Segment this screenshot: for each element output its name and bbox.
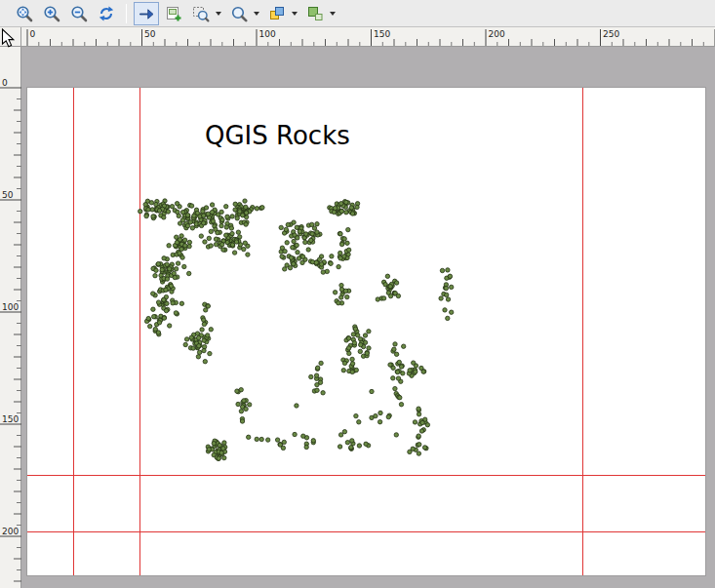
zoom-full-button[interactable] (12, 2, 37, 25)
add-map-button[interactable] (161, 2, 186, 25)
align-items-icon (306, 5, 324, 22)
vertical-ruler-ticks: 050100150200 (0, 47, 21, 588)
horizontal-ruler: 050100150200250 (21, 27, 715, 47)
raise-items-icon (268, 5, 286, 22)
move-item-content-icon (138, 5, 155, 22)
vertical-ruler: 050100150200 (0, 47, 21, 588)
align-items-button[interactable] (302, 2, 328, 25)
refresh-button[interactable] (94, 2, 119, 25)
raise-items-button[interactable] (264, 2, 290, 25)
svg-text:200: 200 (2, 527, 19, 536)
composition-title-label[interactable]: QGIS Rocks (205, 121, 350, 150)
svg-text:0: 0 (30, 29, 36, 39)
svg-text:150: 150 (374, 29, 390, 39)
svg-text:100: 100 (259, 29, 276, 39)
horizontal-ruler-ticks: 050100150200250 (21, 27, 715, 47)
zoom-tool-dropdown[interactable] (252, 2, 261, 25)
zoom-to-selection-button[interactable] (188, 2, 214, 25)
zoom-out-button[interactable] (66, 2, 92, 25)
svg-text:150: 150 (2, 414, 19, 424)
zoom-full-icon (16, 5, 33, 22)
zoom-in-icon (43, 5, 60, 22)
svg-text:50: 50 (144, 29, 156, 39)
zoom-in-button[interactable] (39, 2, 64, 25)
move-item-content-button[interactable] (134, 2, 159, 25)
svg-text:0: 0 (2, 78, 8, 88)
print-composer-window: 050100150200250 050100150200 QGIS Rocks (0, 0, 715, 588)
raise-items-dropdown[interactable] (290, 2, 299, 25)
map-points-layer[interactable] (21, 47, 715, 588)
zoom-out-icon (70, 5, 88, 22)
svg-text:250: 250 (603, 29, 619, 39)
svg-text:50: 50 (2, 190, 14, 200)
zoom-tool-button[interactable] (226, 2, 252, 25)
toolbar (0, 0, 715, 27)
zoom-tool-icon (230, 5, 248, 22)
svg-text:200: 200 (489, 29, 505, 39)
svg-text:100: 100 (2, 302, 19, 312)
composer-canvas[interactable]: QGIS Rocks (21, 47, 715, 588)
refresh-icon (98, 5, 115, 22)
ruler-corner (0, 27, 21, 47)
zoom-to-selection-dropdown[interactable] (214, 2, 223, 25)
add-map-icon (165, 5, 182, 22)
align-items-dropdown[interactable] (328, 2, 338, 25)
toolbar-separator (126, 4, 127, 23)
zoom-to-selection-icon (192, 5, 210, 22)
